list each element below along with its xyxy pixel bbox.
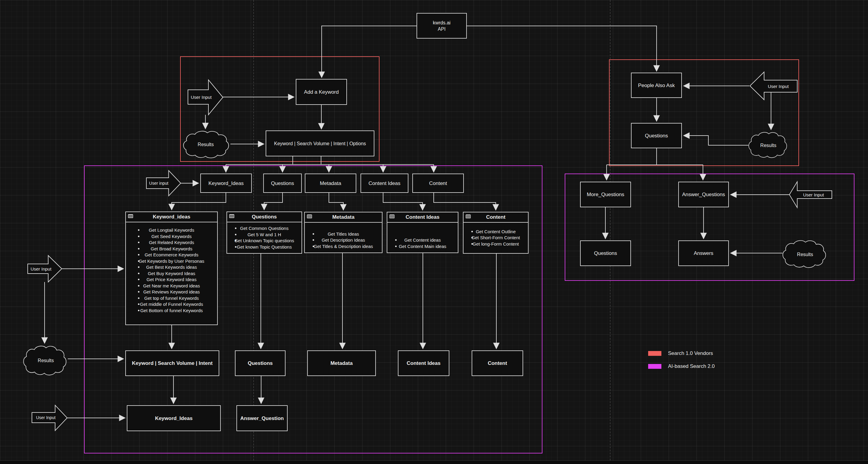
list-item: Get Content Main ideas bbox=[387, 243, 458, 250]
node-label: Keyword_Ideas bbox=[155, 415, 193, 422]
node-label: Content Ideas bbox=[369, 180, 401, 186]
node-answer-question-bottom[interactable]: Answer_Question bbox=[237, 405, 288, 431]
list-icon bbox=[128, 214, 133, 218]
list-item: Get Titles Ideas bbox=[305, 231, 382, 237]
list-content[interactable]: Content Get Content Outline Get Short-Fo… bbox=[463, 212, 529, 254]
node-label: Questions bbox=[594, 250, 617, 256]
legend-label-search2: AI-based Search 2.0 bbox=[668, 364, 715, 369]
api-line1: kwrds.ai bbox=[433, 20, 451, 26]
node-answer-questions[interactable]: Answer_Questions bbox=[678, 182, 729, 207]
list-item: Get middle of Funnel Keywords bbox=[126, 301, 217, 308]
list-icon bbox=[390, 214, 395, 219]
list-icon bbox=[229, 214, 234, 218]
list-questions[interactable]: Questions Get Common Questions Get 5 W a… bbox=[226, 211, 302, 254]
list-title: Content Ideas bbox=[406, 214, 439, 220]
node-tab-metadata[interactable]: Metadata bbox=[305, 174, 356, 193]
node-label: Questions bbox=[248, 360, 273, 367]
node-label: Keyword | Search Volume | Intent bbox=[132, 360, 213, 367]
legend-search1[interactable]: Search 1.0 Vendors bbox=[648, 350, 713, 356]
list-title: Keyword_ideas bbox=[153, 214, 190, 220]
node-label: Answers bbox=[693, 250, 713, 256]
node-keyword-sv-intent[interactable]: Keyword | Search Volume | Intent bbox=[125, 350, 219, 376]
legend-swatch-search2 bbox=[648, 364, 661, 369]
list-item: Get Common Questions bbox=[227, 225, 302, 232]
node-tab-content-ideas[interactable]: Content Ideas bbox=[361, 174, 408, 193]
node-content-ideas-bottom[interactable]: Content Ideas bbox=[398, 350, 450, 376]
node-label: More_Questions bbox=[587, 191, 624, 198]
list-item: Get Content ideas bbox=[387, 237, 458, 243]
list-item: Get Content Outline bbox=[464, 229, 528, 235]
list-item: Get Unknown Topic questions bbox=[227, 238, 302, 244]
results-label-1: Results bbox=[197, 142, 214, 147]
node-label: Content bbox=[429, 180, 447, 186]
node-label: Metadata bbox=[331, 360, 353, 367]
list-item: Get Short-Form Content bbox=[464, 235, 528, 241]
node-label: Content bbox=[488, 360, 507, 367]
list-content-ideas[interactable]: Content Ideas Get Content ideas Get Cont… bbox=[387, 212, 458, 253]
node-questions-bottom[interactable]: Questions bbox=[235, 350, 285, 376]
list-items: Get Content ideas Get Content Main ideas bbox=[387, 223, 458, 253]
list-item: Get Keywords by User Personas bbox=[126, 258, 217, 264]
node-tab-questions[interactable]: Questions bbox=[263, 174, 302, 193]
node-label: Keyword | Search Volume | Intent | Optio… bbox=[274, 140, 366, 147]
api-line2: API bbox=[438, 26, 446, 32]
results-label-3: Results bbox=[760, 143, 776, 148]
node-keyword-ideas-bottom[interactable]: Keyword_Ideas bbox=[127, 405, 221, 431]
legend-label-search1: Search 1.0 Vendors bbox=[668, 350, 713, 356]
list-item: Get Related Keywords bbox=[126, 239, 217, 246]
node-label: Answer_Question bbox=[240, 415, 284, 422]
list-item: Get Longtail Keywords bbox=[126, 227, 217, 233]
list-item: Get Best Keywords ideas bbox=[126, 264, 217, 270]
list-items: Get Common Questions Get 5 W and 1 H Get… bbox=[227, 222, 302, 253]
user-input-label-4: User Input bbox=[36, 415, 56, 420]
results-label-4: Results bbox=[797, 252, 813, 257]
node-label: Answer_Questions bbox=[682, 191, 725, 198]
node-label: Metadata bbox=[320, 180, 341, 186]
node-label: Questions bbox=[645, 133, 668, 139]
node-tab-keyword-ideas[interactable]: Keyword_Ideas bbox=[200, 174, 252, 193]
legend-search2[interactable]: AI-based Search 2.0 bbox=[648, 364, 715, 369]
list-item: Get Near me Keyword ideas bbox=[126, 283, 217, 289]
node-label: Keyword_Ideas bbox=[209, 180, 244, 186]
list-icon bbox=[307, 214, 312, 219]
list-header: Content bbox=[464, 212, 528, 223]
list-title: Questions bbox=[252, 214, 277, 220]
user-input-label-6: User Input bbox=[803, 192, 824, 197]
list-item: Get Broad Keywords bbox=[126, 246, 217, 252]
node-more-questions[interactable]: More_Questions bbox=[580, 182, 631, 207]
node-label: Add a Keyword bbox=[304, 89, 339, 95]
list-title: Metadata bbox=[332, 214, 354, 220]
results-label-2: Results bbox=[38, 358, 54, 364]
list-item: Get Bottom of funnel Keywords bbox=[126, 308, 217, 314]
node-tab-content[interactable]: Content bbox=[412, 174, 464, 193]
list-item: Get Description Ideas bbox=[305, 237, 382, 243]
node-add-a-keyword[interactable]: Add a Keyword bbox=[296, 79, 347, 105]
node-kwrds-api[interactable]: kwrds.ai API bbox=[416, 13, 467, 38]
list-item: Get Titles & Description ideas bbox=[305, 243, 382, 250]
node-content-bottom[interactable]: Content bbox=[472, 350, 523, 376]
list-item: Get 5 W and 1 H bbox=[227, 232, 302, 238]
list-item: Get Reviews Keyword ideas bbox=[126, 289, 217, 295]
list-header: Questions bbox=[227, 212, 302, 222]
user-input-label-5: User Input bbox=[768, 84, 788, 89]
list-item: Get Price Keyword Ideas bbox=[126, 277, 217, 283]
list-item: Get Ecommerce Keywords bbox=[126, 252, 217, 258]
list-keyword-ideas[interactable]: Keyword_ideas Get Longtail Keywords Get … bbox=[125, 211, 218, 325]
list-items: Get Content Outline Get Short-Form Conte… bbox=[464, 223, 528, 253]
node-keyword-sv-intent-options[interactable]: Keyword | Search Volume | Intent | Optio… bbox=[266, 130, 374, 156]
list-header: Keyword_ideas bbox=[126, 212, 217, 222]
list-items: Get Longtail Keywords Get Seed Keywords … bbox=[126, 222, 217, 324]
list-item: Get long-Form Content bbox=[464, 241, 528, 248]
node-label: Questions bbox=[271, 180, 294, 186]
list-item: Get known Topic Questions bbox=[227, 244, 302, 251]
node-answers[interactable]: Answers bbox=[678, 240, 729, 266]
list-metadata[interactable]: Metadata Get Titles Ideas Get Descriptio… bbox=[304, 212, 382, 253]
list-items: Get Titles Ideas Get Description Ideas G… bbox=[305, 223, 382, 253]
user-input-label-1: User Input bbox=[191, 95, 211, 100]
node-people-also-ask[interactable]: People Also Ask bbox=[631, 72, 682, 98]
list-item: Get Seed Keywords bbox=[126, 233, 217, 240]
node-questions-search2[interactable]: Questions bbox=[580, 240, 631, 266]
node-questions-search1[interactable]: Questions bbox=[631, 123, 682, 148]
diagram-canvas: User Input User input User Input User In… bbox=[0, 0, 868, 464]
node-metadata-bottom[interactable]: Metadata bbox=[307, 350, 376, 376]
